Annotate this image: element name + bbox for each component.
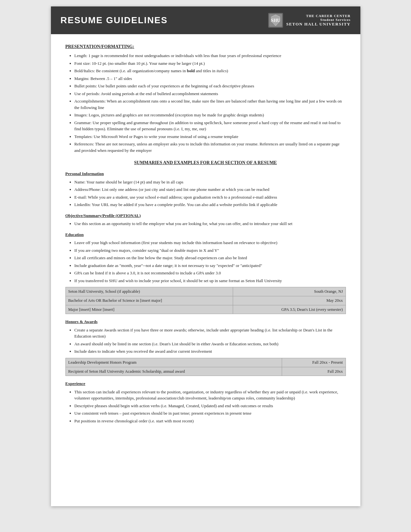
presentation-list: Length: 1 page is recommended for most u…: [74, 53, 346, 153]
list-item: Bold/Italics: Be consistent (i.e. all or…: [74, 68, 346, 74]
list-item: This section can include all experiences…: [74, 389, 346, 401]
table-cell: May 20xx: [233, 296, 346, 305]
objective-label: Objective/Summary/Profile (OPTIONAL): [65, 212, 346, 219]
table-row: Seton Hall University, School (if applic…: [65, 287, 346, 296]
summaries-heading: SUMMARIES AND EXAMPLES FOR EACH SECTION …: [65, 159, 346, 166]
personal-label: Personal Information: [65, 171, 346, 177]
table-cell: South Orange, NJ: [233, 287, 346, 296]
page-title: RESUME GUIDELINES: [61, 15, 168, 25]
table-cell: Fall 20xx: [282, 367, 346, 376]
page-content: PRESENTATION/FORMATTING: Length: 1 page …: [51, 34, 360, 439]
list-item: Font size: 10-12 pt. (no smaller than 10…: [74, 60, 346, 67]
list-item: Use this section as an opportunity to te…: [74, 221, 346, 227]
table-row: Leadership Development Honors Program Fa…: [65, 358, 346, 367]
list-item: If you are completing two majors, consid…: [74, 247, 346, 254]
table-cell: Fall 20xx - Present: [282, 358, 346, 367]
list-item: Put positions in reverse chronological o…: [74, 418, 346, 424]
table-row: Bachelor of Arts OR Bachelor of Science …: [65, 296, 346, 305]
list-item: If you transferred to SHU and wish to in…: [74, 278, 346, 284]
list-item: Address/Phone: List only one address (or…: [74, 186, 346, 193]
list-item: Name: Your name should be larger (14 pt)…: [74, 179, 346, 185]
logo-career-line1: THE CAREER CENTER: [286, 14, 351, 18]
table-row: Recipient of Seton Hall University Acade…: [65, 367, 346, 376]
list-item: GPA can be listed if it is above a 3.0, …: [74, 270, 346, 276]
table-cell: GPA 3.5; Dean's List (every semester): [233, 305, 346, 314]
list-item: Include dates to indicate when you recei…: [74, 348, 346, 355]
list-item: Create a separate Awards section if you …: [74, 327, 346, 340]
list-item: Margins: Between .5 – 1" all sides: [74, 75, 346, 82]
shu-logo-icon: SHU: [268, 12, 284, 28]
list-item: Length: 1 page is recommended for most u…: [74, 53, 346, 59]
table-row: Major [insert] Minor [insert] GPA 3.5; D…: [65, 305, 346, 314]
page: RESUME GUIDELINES SHU THE CAREER CENTER …: [51, 6, 360, 506]
list-item: Descriptive phrases should begin with ac…: [74, 403, 346, 409]
table-cell: Bachelor of Arts OR Bachelor of Science …: [65, 296, 233, 305]
list-item: List all certificates and minors on the …: [74, 255, 346, 261]
list-item: LinkedIn: Your URL may be added if you h…: [74, 202, 346, 208]
list-item: Grammar: Use proper spelling and grammar…: [74, 120, 346, 132]
svg-text:SHU: SHU: [271, 18, 280, 23]
list-item: Use consistent verb tenses – past experi…: [74, 410, 346, 417]
logo-area: SHU THE CAREER CENTER Student Services S…: [268, 12, 351, 28]
logo-career-line2: Student Services: [286, 18, 351, 22]
logo-shu: SETON HALL UNIVERSITY: [286, 22, 351, 27]
list-item: E-mail: While you are a student, use you…: [74, 194, 346, 201]
list-item: Templates: Use Microsoft Word or Pages t…: [74, 133, 346, 140]
objective-list: Use this section as an opportunity to te…: [74, 221, 346, 227]
education-table: Seton Hall University, School (if applic…: [65, 287, 346, 314]
list-item: An award should only be listed in one se…: [74, 341, 346, 347]
experience-list: This section can include all experiences…: [74, 389, 346, 424]
personal-list: Name: Your name should be larger (14 pt)…: [74, 179, 346, 208]
table-cell: Seton Hall University, School (if applic…: [65, 287, 233, 296]
experience-label: Experience: [65, 380, 346, 387]
honors-list: Create a separate Awards section if you …: [74, 327, 346, 355]
table-cell: Major [insert] Minor [insert]: [65, 305, 233, 314]
list-item: References: These are not necessary, unl…: [74, 141, 346, 153]
table-cell: Leadership Development Honors Program: [65, 358, 282, 367]
list-item: Leave off your high school information (…: [74, 240, 346, 246]
page-header: RESUME GUIDELINES SHU THE CAREER CENTER …: [51, 6, 360, 34]
table-cell: Recipient of Seton Hall University Acade…: [65, 367, 282, 376]
presentation-heading: PRESENTATION/FORMATTING:: [65, 43, 346, 50]
honors-label: Honors & Awards: [65, 319, 346, 325]
list-item: Bullet points: Use bullet points under e…: [74, 83, 346, 89]
list-item: Include graduation date as "month, year"…: [74, 262, 346, 269]
logo-text: THE CAREER CENTER Student Services SETON…: [286, 14, 351, 27]
education-list: Leave off your high school information (…: [74, 240, 346, 284]
honors-table: Leadership Development Honors Program Fa…: [65, 358, 346, 376]
education-label: Education: [65, 232, 346, 238]
list-item: Accomplishments: When an accomplishment …: [74, 98, 346, 111]
list-item: Use of periods: Avoid using periods at t…: [74, 91, 346, 97]
list-item: Images: Logos, pictures and graphics are…: [74, 112, 346, 118]
